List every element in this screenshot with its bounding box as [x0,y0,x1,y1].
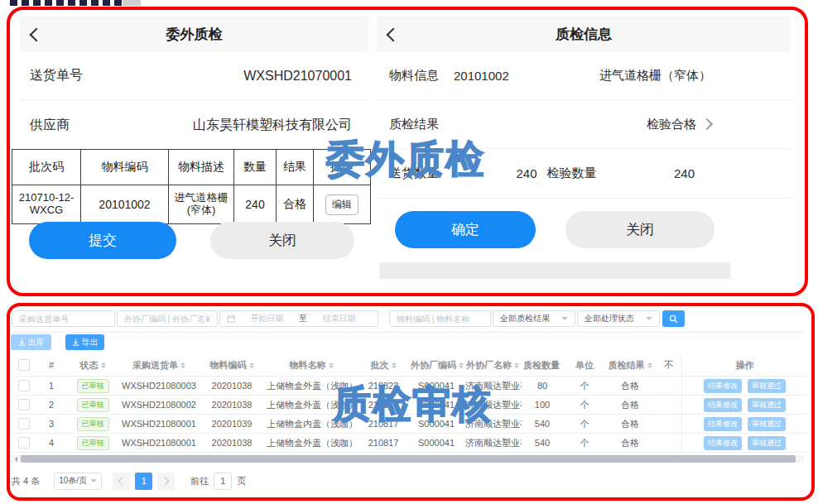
col-qty[interactable]: 质检数量 [522,354,563,377]
status-badge: 已审核 [77,379,109,393]
modify-result-button[interactable]: 结果修改 [704,379,742,393]
info-panel-header: 质检信息 [377,17,791,52]
col-qty: 数量 [234,150,277,185]
start-date-placeholder: 开始日期 [251,313,284,324]
row-checkbox[interactable] [18,418,30,430]
inspect-items-table: 批次码 物料编码 物料描述 数量 结果 操作 210710-12-WXCG 20… [12,149,371,224]
sort-icon[interactable] [101,360,106,371]
approve-button[interactable]: 审核通过 [748,398,786,412]
watermark-bottom: 质检审核 [333,379,492,430]
col-code: 物料编码 [81,150,169,185]
current-page-button[interactable]: 1 [135,473,152,490]
next-page-button[interactable] [157,473,175,490]
page-size-value: 10条/页 [59,475,87,487]
col-material-code[interactable]: 物料编码 [199,354,265,377]
page-unit-label: 页 [237,475,246,487]
select-all-checkbox[interactable] [18,359,30,371]
row-actions: 结果修改 审核通过 [682,434,807,453]
status-badge: 已审核 [77,398,109,412]
col-vendor-name[interactable]: 外协厂名称 [464,354,522,377]
row-checkbox[interactable] [18,380,30,391]
sort-icon[interactable] [392,360,397,371]
status-filter-select[interactable]: 全部处理状态 [577,310,660,327]
col-material-name[interactable]: 物料名称 [265,354,358,377]
row-checkbox[interactable] [18,437,30,449]
approve-button[interactable]: 审核通过 [748,436,786,450]
sort-icon[interactable] [647,360,652,371]
sort-icon[interactable] [514,360,519,371]
filter-divider [12,332,804,333]
inspect-panel-header: 委外质检 [20,17,368,52]
sort-icon[interactable] [249,360,254,371]
modify-result-button[interactable]: 结果修改 [704,398,742,412]
supplier-label: 供应商 [30,117,70,134]
page-size-select[interactable]: 10条/页 [54,473,102,490]
scroll-left-arrow-icon[interactable] [12,455,20,463]
col-order[interactable]: 采购送货单 [119,354,199,377]
modify-result-button[interactable]: 结果修改 [704,417,742,431]
delivery-qty-value: 240 [516,166,537,180]
watermark-top: 委外质检 [326,134,485,185]
edit-button[interactable]: 编辑 [325,194,358,215]
inspect-item-row: 210710-12-WXCG 20101002 进气道格栅(窄体) 240 合格… [12,185,371,224]
row-actions: 结果修改 审核通过 [682,415,807,434]
sort-icon[interactable] [329,360,334,371]
operation-fixed-column: 操作 结果修改 审核通过 结果修改 审核通过 结果修改 审核通过 结果修改 审核… [681,354,807,453]
back-icon-right[interactable] [387,28,401,42]
col-result[interactable]: 质检结果 [606,354,654,377]
chevron-down-icon [646,317,652,324]
row-actions: 结果修改 审核通过 [682,396,807,415]
close-button-left[interactable]: 关闭 [210,222,354,259]
sort-icon[interactable] [180,360,185,371]
col-status[interactable]: 状态 [66,354,119,377]
col-batch: 批次码 [12,150,81,185]
outbound-label: 出库 [28,337,45,348]
confirm-button[interactable]: 确定 [395,211,536,248]
search-button[interactable] [662,310,685,327]
horizontal-scrollbar[interactable] [12,455,804,463]
material-label: 物料信息 [389,68,439,84]
result-value: 检验合格 [647,117,696,132]
close-button-right[interactable]: 关闭 [565,211,715,248]
sort-icon[interactable] [562,360,563,371]
col-batch[interactable]: 批次 [358,354,409,377]
modify-result-button[interactable]: 结果修改 [704,436,742,450]
total-count: 共 4 条 [12,475,40,487]
date-range-picker[interactable]: 开始日期 至 结束日期 [219,310,378,327]
approve-button[interactable]: 审核通过 [748,379,786,393]
material-filter-input[interactable] [389,310,491,327]
material-name: 进气道格栅（窄体） [599,68,711,84]
col-desc: 物料描述 [169,150,234,185]
sort-icon[interactable] [459,360,464,371]
col-operation: 操作 [682,354,807,377]
delivery-no-value: WXSHD21070001 [243,69,352,84]
back-icon[interactable] [30,28,44,42]
prev-page-button[interactable] [113,473,130,490]
bottom-gray-bar [379,262,730,279]
order-filter-input[interactable] [12,310,115,327]
submit-button[interactable]: 提交 [29,222,176,259]
goto-label: 前往 [190,475,209,487]
row-checkbox[interactable] [18,399,30,410]
panel-title: 委外质检 [166,25,223,44]
col-result: 结果 [277,150,314,185]
goto-page-input[interactable] [214,473,232,490]
cell-code: 20101002 [81,185,169,224]
vendor-filter-input[interactable] [117,310,218,327]
delivery-no-row: 送货单号 WXSHD21070001 [20,52,368,100]
chevron-down-icon [90,479,97,486]
chevron-right-icon [701,118,713,130]
download-icon [18,338,26,346]
screen: 委外质检 送货单号 WXSHD21070001 供应商 山东昊轩模塑科技有限公司… [0,0,818,504]
export-button[interactable]: 导出 [65,334,104,350]
result-label: 质检结果 [389,117,439,132]
chevron-left-icon [118,477,127,485]
scrollbar-thumb[interactable] [21,455,796,463]
col-vendor-code[interactable]: 外协厂编码 [409,354,464,377]
result-filter-select[interactable]: 全部质检结果 [493,310,575,327]
outbound-button[interactable]: 出库 [11,334,51,350]
calendar-icon [227,314,235,323]
approve-button[interactable]: 审核通过 [748,417,786,431]
pagination: 共 4 条 10条/页 1 前往 页 [12,472,246,490]
cell-desc: 进气道格栅(窄体) [169,185,234,224]
